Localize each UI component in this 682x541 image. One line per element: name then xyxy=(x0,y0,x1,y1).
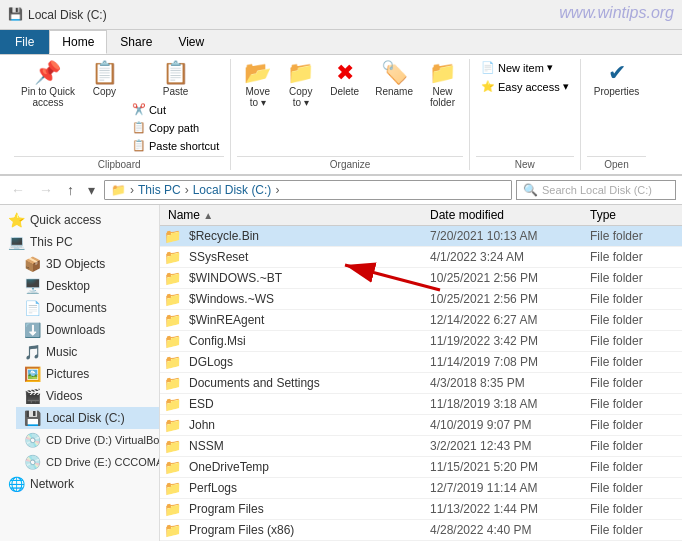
table-row[interactable]: 📁 SSysReset 4/1/2022 3:24 AM File folder xyxy=(160,247,682,268)
col-name-header[interactable]: Name ▲ xyxy=(160,208,422,222)
copy-path-icon: 📋 xyxy=(132,121,146,134)
sidebar-item-label: Pictures xyxy=(46,367,89,381)
col-type-label: Type xyxy=(590,208,616,222)
pin-icon: 📌 xyxy=(34,62,61,84)
pictures-icon: 🖼️ xyxy=(24,366,41,382)
table-row[interactable]: 📁 NSSM 3/2/2021 12:43 PM File folder xyxy=(160,436,682,457)
sidebar-item-label: Network xyxy=(30,477,74,491)
breadcrumb-local-disk[interactable]: Local Disk (C:) xyxy=(193,183,272,197)
table-row[interactable]: 📁 $Windows.~WS 10/25/2021 2:56 PM File f… xyxy=(160,289,682,310)
file-type: File folder xyxy=(582,439,682,453)
col-date-label: Date modified xyxy=(430,208,504,222)
sidebar-item-this-pc[interactable]: 💻 This PC xyxy=(0,231,159,253)
file-type: File folder xyxy=(582,292,682,306)
3d-objects-icon: 📦 xyxy=(24,256,41,272)
back-button[interactable]: ← xyxy=(6,179,30,201)
delete-button[interactable]: ✖ Delete xyxy=(323,59,366,100)
copy-to-button[interactable]: 📁 Copyto ▾ xyxy=(280,59,321,111)
sidebar-item-label: Videos xyxy=(46,389,82,403)
paste-shortcut-label: Paste shortcut xyxy=(149,140,219,152)
file-icon: 📁 xyxy=(164,501,181,517)
sidebar-item-label: 3D Objects xyxy=(46,257,105,271)
properties-icon: ✔ xyxy=(608,62,626,84)
this-pc-icon: 💻 xyxy=(8,234,25,250)
file-date: 11/19/2022 3:42 PM xyxy=(422,334,582,348)
properties-button[interactable]: ✔ Properties xyxy=(587,59,647,100)
cut-label: Cut xyxy=(149,104,166,116)
tab-home[interactable]: Home xyxy=(49,30,107,54)
file-name: Documents and Settings xyxy=(185,376,422,390)
table-row[interactable]: 📁 PerfLogs 12/7/2019 11:14 AM File folde… xyxy=(160,478,682,499)
copy-path-button[interactable]: 📋 Copy path xyxy=(127,119,224,136)
sidebar-item-3d-objects[interactable]: 📦 3D Objects xyxy=(16,253,159,275)
pin-quick-access-button[interactable]: 📌 Pin to Quickaccess xyxy=(14,59,82,111)
sidebar-item-cd-drive-e[interactable]: 💿 CD Drive (E:) CCCOMA_X64FRE_ xyxy=(16,451,159,473)
table-row[interactable]: 📁 Config.Msi 11/19/2022 3:42 PM File fol… xyxy=(160,331,682,352)
up-button[interactable]: ↑ xyxy=(62,179,79,201)
file-name: OneDriveTemp xyxy=(185,460,422,474)
paste-shortcut-button[interactable]: 📋 Paste shortcut xyxy=(127,137,224,154)
table-row[interactable]: 📁 $Recycle.Bin 7/20/2021 10:13 AM File f… xyxy=(160,226,682,247)
sidebar-item-downloads[interactable]: ⬇️ Downloads xyxy=(16,319,159,341)
file-area: Name ▲ Date modified Type 📁 $Recycle.Bin… xyxy=(160,205,682,541)
new-item-button[interactable]: 📄 New item ▾ xyxy=(476,59,558,76)
sidebar-item-label: Documents xyxy=(46,301,107,315)
folder-icon: 📁 xyxy=(111,183,126,197)
tab-file[interactable]: File xyxy=(0,30,49,54)
new-folder-button[interactable]: 📁 Newfolder xyxy=(422,59,463,111)
search-icon: 🔍 xyxy=(523,183,538,197)
easy-access-button[interactable]: ⭐ Easy access ▾ xyxy=(476,78,574,95)
new-items: 📄 New item ▾ ⭐ Easy access ▾ xyxy=(476,59,574,154)
rename-button[interactable]: 🏷️ Rename xyxy=(368,59,420,100)
forward-button[interactable]: → xyxy=(34,179,58,201)
recent-button[interactable]: ▾ xyxy=(83,179,100,201)
ribbon: 📌 Pin to Quickaccess 📋 Copy 📋 Paste ✂️ C… xyxy=(0,55,682,176)
file-date: 11/15/2021 5:20 PM xyxy=(422,460,582,474)
sidebar-item-cd-drive-d[interactable]: 💿 CD Drive (D:) VirtualBox Guest A xyxy=(16,429,159,451)
table-row[interactable]: 📁 ESD 11/18/2019 3:18 AM File folder xyxy=(160,394,682,415)
table-row[interactable]: 📁 John 4/10/2019 9:07 PM File folder xyxy=(160,415,682,436)
cd-drive-e-icon: 💿 xyxy=(24,454,41,470)
table-row[interactable]: 📁 $WINDOWS.~BT 10/25/2021 2:56 PM File f… xyxy=(160,268,682,289)
search-box[interactable]: 🔍 Search Local Disk (C:) xyxy=(516,180,676,200)
move-to-button[interactable]: 📂 Moveto ▾ xyxy=(237,59,278,111)
sidebar-item-desktop[interactable]: 🖥️ Desktop xyxy=(16,275,159,297)
table-row[interactable]: 📁 $WinREAgent 12/14/2022 6:27 AM File fo… xyxy=(160,310,682,331)
sidebar-item-pictures[interactable]: 🖼️ Pictures xyxy=(16,363,159,385)
cd-drive-d-icon: 💿 xyxy=(24,432,41,448)
table-row[interactable]: 📁 Program Files (x86) 4/28/2022 4:40 PM … xyxy=(160,520,682,541)
file-rows-container: 📁 $Recycle.Bin 7/20/2021 10:13 AM File f… xyxy=(160,226,682,541)
file-icon: 📁 xyxy=(164,354,181,370)
tab-view[interactable]: View xyxy=(165,30,217,54)
sidebar-item-music[interactable]: 🎵 Music xyxy=(16,341,159,363)
copy-button[interactable]: 📋 Copy xyxy=(84,59,125,100)
sidebar-item-label: CD Drive (D:) VirtualBox Guest A xyxy=(46,434,160,446)
col-date-header[interactable]: Date modified xyxy=(422,208,582,222)
file-name: Config.Msi xyxy=(185,334,422,348)
file-type: File folder xyxy=(582,250,682,264)
sidebar-item-documents[interactable]: 📄 Documents xyxy=(16,297,159,319)
file-type: File folder xyxy=(582,418,682,432)
pin-label: Pin to Quickaccess xyxy=(21,86,75,108)
ribbon-new-group: 📄 New item ▾ ⭐ Easy access ▾ New xyxy=(470,59,581,170)
file-icon: 📁 xyxy=(164,396,181,412)
sidebar-item-label: CD Drive (E:) CCCOMA_X64FRE_ xyxy=(46,456,160,468)
table-row[interactable]: 📁 Program Files 11/13/2022 1:44 PM File … xyxy=(160,499,682,520)
col-type-header[interactable]: Type xyxy=(582,208,682,222)
breadcrumb-this-pc[interactable]: This PC xyxy=(138,183,181,197)
sidebar-item-local-disk-c[interactable]: 💾 Local Disk (C:) xyxy=(16,407,159,429)
cut-button[interactable]: ✂️ Cut xyxy=(127,101,224,118)
sidebar-item-quick-access[interactable]: ⭐ Quick access xyxy=(0,209,159,231)
file-date: 10/25/2021 2:56 PM xyxy=(422,271,582,285)
table-row[interactable]: 📁 Documents and Settings 4/3/2018 8:35 P… xyxy=(160,373,682,394)
tab-share[interactable]: Share xyxy=(107,30,165,54)
file-list-header: Name ▲ Date modified Type xyxy=(160,205,682,226)
copy-path-label: Copy path xyxy=(149,122,199,134)
sidebar-item-videos[interactable]: 🎬 Videos xyxy=(16,385,159,407)
address-path[interactable]: 📁 › This PC › Local Disk (C:) › xyxy=(104,180,512,200)
table-row[interactable]: 📁 OneDriveTemp 11/15/2021 5:20 PM File f… xyxy=(160,457,682,478)
table-row[interactable]: 📁 DGLogs 11/14/2019 7:08 PM File folder xyxy=(160,352,682,373)
file-type: File folder xyxy=(582,313,682,327)
sidebar-item-network[interactable]: 🌐 Network xyxy=(0,473,159,495)
paste-button[interactable]: 📋 Paste xyxy=(127,59,224,100)
